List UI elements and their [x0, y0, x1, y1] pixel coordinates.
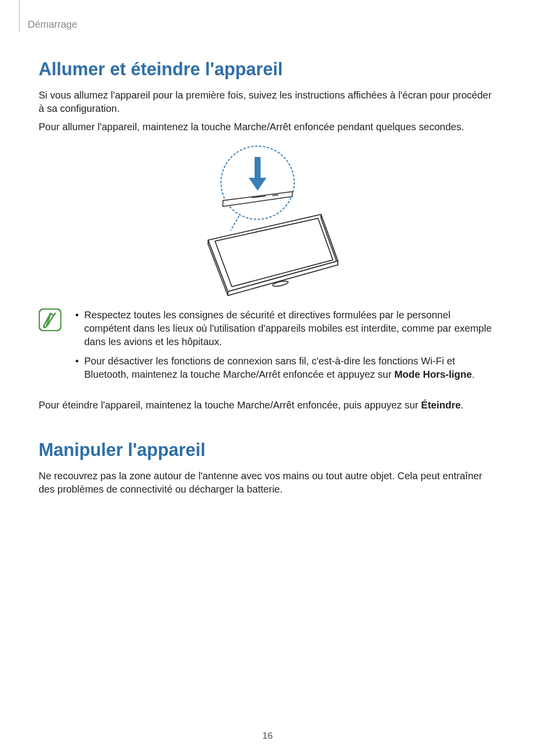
page-number: 16 — [0, 730, 535, 741]
bold-text: Mode Hors-ligne — [394, 369, 472, 380]
paragraph-text: Pour éteindre l'appareil, maintenez la t… — [39, 400, 421, 410]
paragraph: Si vous allumez l'appareil pour la premi… — [39, 89, 496, 115]
list-item: Pour désactiver les fonctions de connexi… — [73, 354, 496, 381]
paragraph: Pour allumer l'appareil, maintenez la to… — [39, 120, 496, 134]
bold-text: Éteindre — [421, 400, 461, 410]
paragraph: Ne recouvrez pas la zone autour de l'ant… — [39, 469, 496, 496]
note-list: Respectez toutes les consignes de sécuri… — [73, 308, 496, 388]
section-heading-handle: Manipuler l'appareil — [39, 440, 496, 460]
note-icon — [39, 308, 63, 388]
breadcrumb: Démarrage — [28, 19, 496, 30]
power-button-illustration — [39, 143, 496, 297]
header-divider — [19, 0, 20, 33]
paragraph-text: . — [461, 400, 464, 410]
note-block: Respectez toutes les consignes de sécuri… — [39, 308, 496, 388]
list-item: Respectez toutes les consignes de sécuri… — [73, 308, 496, 349]
paragraph: Pour éteindre l'appareil, maintenez la t… — [39, 399, 496, 412]
document-page: Démarrage Allumer et éteindre l'appareil… — [0, 0, 535, 756]
list-item-text: . — [472, 369, 475, 380]
section-heading-power: Allumer et éteindre l'appareil — [39, 59, 496, 80]
svg-rect-1 — [255, 157, 261, 179]
svg-line-6 — [231, 216, 239, 230]
